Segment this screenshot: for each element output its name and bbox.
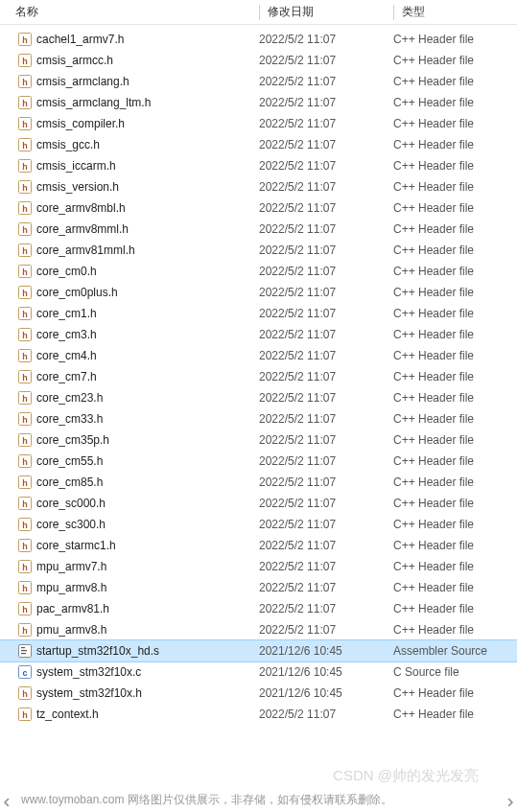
file-name-label: cmsis_armclang_ltm.h [36,96,151,109]
file-date-cell: 2022/5/2 11:07 [259,201,393,215]
file-row[interactable]: hcmsis_version.h2022/5/2 11:07C++ Header… [0,176,517,197]
file-row[interactable]: hcore_cm35p.h2022/5/2 11:07C++ Header fi… [0,429,517,451]
file-type-cell: C Source file [393,665,517,679]
svg-text:h: h [22,710,28,720]
column-header-name[interactable]: 名称 [0,0,259,24]
header-file-icon: h [17,137,33,152]
file-date-cell: 2022/5/2 11:07 [259,96,393,109]
file-name-label: core_sc300.h [36,518,106,531]
file-row[interactable]: hcore_armv8mml.h2022/5/2 11:07C++ Header… [0,219,517,240]
svg-text:c: c [22,668,27,678]
file-row[interactable]: hcore_armv8mbl.h2022/5/2 11:07C++ Header… [0,197,517,219]
svg-text:h: h [22,120,28,129]
file-type-cell: C++ Header file [393,265,517,278]
svg-text:h: h [22,310,28,319]
file-date-cell: 2022/5/2 11:07 [259,328,393,341]
svg-rect-59 [21,647,25,648]
file-type-cell: C++ Header file [393,201,517,215]
file-name-label: mpu_armv7.h [36,560,106,573]
header-file-icon: h [17,622,33,638]
file-name-cell: hcore_armv8mml.h [0,221,259,237]
file-name-label: core_cm85.h [36,476,103,489]
column-header-type[interactable]: 类型 [393,0,517,24]
file-name-cell: hcmsis_armcc.h [0,53,259,68]
file-row[interactable]: hcore_cm3.h2022/5/2 11:07C++ Header file [0,324,517,345]
file-row[interactable]: hcmsis_armcc.h2022/5/2 11:07C++ Header f… [0,50,517,71]
header-file-icon: h [17,264,33,279]
file-row[interactable]: hcore_cm0plus.h2022/5/2 11:07C++ Header … [0,282,517,303]
svg-text:h: h [22,584,28,593]
file-row[interactable]: htz_context.h2022/5/2 11:07C++ Header fi… [0,704,517,725]
file-row[interactable]: hcachel1_armv7.h2022/5/2 11:07C++ Header… [0,29,517,50]
file-name-cell: startup_stm32f10x_hd.s [0,643,259,659]
file-row[interactable]: hcore_cm7.h2022/5/2 11:07C++ Header file [0,366,517,387]
file-row[interactable]: hsystem_stm32f10x.h2021/12/6 10:45C++ He… [0,683,517,704]
svg-text:h: h [22,478,28,488]
file-date-cell: 2021/12/6 10:45 [259,686,393,700]
file-name-cell: hcore_cm85.h [0,475,259,490]
file-row[interactable]: hpac_armv81.h2022/5/2 11:07C++ Header fi… [0,598,517,619]
file-type-cell: C++ Header file [393,349,517,362]
file-name-label: cmsis_armcc.h [36,54,113,67]
file-row[interactable]: hcore_cm0.h2022/5/2 11:07C++ Header file [0,261,517,282]
file-date-cell: 2022/5/2 11:07 [259,54,393,67]
file-name-label: core_armv81mml.h [36,244,135,257]
header-file-icon: h [17,327,33,342]
file-row[interactable]: hcore_sc000.h2022/5/2 11:07C++ Header fi… [0,493,517,514]
file-row[interactable]: startup_stm32f10x_hd.s2021/12/6 10:45Ass… [0,640,517,661]
file-row[interactable]: hcore_cm33.h2022/5/2 11:07C++ Header fil… [0,408,517,429]
file-name-label: core_armv8mml.h [36,222,129,236]
file-name-label: pac_armv81.h [36,602,109,615]
file-date-cell: 2022/5/2 11:07 [259,138,393,151]
scroll-right-icon[interactable] [502,795,517,810]
header-file-icon: h [17,601,33,616]
column-header-date[interactable]: 修改日期 [259,0,393,24]
file-row[interactable]: hcmsis_armclang.h2022/5/2 11:07C++ Heade… [0,71,517,92]
file-name-cell: hmpu_armv7.h [0,559,259,574]
file-row[interactable]: hmpu_armv8.h2022/5/2 11:07C++ Header fil… [0,577,517,598]
file-name-cell: hpac_armv81.h [0,601,259,616]
file-row[interactable]: hcmsis_iccarm.h2022/5/2 11:07C++ Header … [0,155,517,176]
file-row[interactable]: hcmsis_armclang_ltm.h2022/5/2 11:07C++ H… [0,92,517,113]
file-type-cell: C++ Header file [393,370,517,383]
file-type-cell: C++ Header file [393,222,517,236]
file-row[interactable]: hcmsis_compiler.h2022/5/2 11:07C++ Heade… [0,113,517,134]
file-name-cell: hcore_cm4.h [0,348,259,363]
file-name-label: core_starmc1.h [36,539,116,552]
file-name-label: startup_stm32f10x_hd.s [36,644,159,658]
svg-text:h: h [22,521,28,530]
header-file-icon: h [17,538,33,553]
file-row[interactable]: hcore_armv81mml.h2022/5/2 11:07C++ Heade… [0,240,517,261]
file-row[interactable]: hcmsis_gcc.h2022/5/2 11:07C++ Header fil… [0,134,517,155]
file-row[interactable]: hcore_cm4.h2022/5/2 11:07C++ Header file [0,345,517,366]
file-name-cell: csystem_stm32f10x.c [0,664,259,680]
file-name-label: cmsis_iccarm.h [36,159,116,173]
file-row[interactable]: csystem_stm32f10x.c2021/12/6 10:45C Sour… [0,661,517,683]
header-file-icon: h [17,158,33,174]
header-file-icon: h [17,243,33,258]
file-date-cell: 2022/5/2 11:07 [259,412,393,426]
file-row[interactable]: hcore_cm55.h2022/5/2 11:07C++ Header fil… [0,451,517,472]
file-name-label: cachel1_armv7.h [36,33,124,46]
file-date-cell: 2022/5/2 11:07 [259,117,393,130]
file-type-cell: C++ Header file [393,518,517,531]
file-name-cell: hcachel1_armv7.h [0,32,259,47]
file-row[interactable]: hcore_cm85.h2022/5/2 11:07C++ Header fil… [0,472,517,493]
file-name-label: pmu_armv8.h [36,623,106,637]
header-file-icon: h [17,475,33,490]
svg-text:h: h [22,141,28,151]
file-row[interactable]: hcore_cm1.h2022/5/2 11:07C++ Header file [0,303,517,324]
svg-text:h: h [22,394,28,404]
file-row[interactable]: hpmu_armv8.h2022/5/2 11:07C++ Header fil… [0,619,517,640]
file-name-cell: hmpu_armv8.h [0,580,259,595]
header-file-icon: h [17,559,33,574]
file-name-cell: hcore_cm7.h [0,369,259,384]
file-type-cell: C++ Header file [393,54,517,67]
file-row[interactable]: hmpu_armv7.h2022/5/2 11:07C++ Header fil… [0,556,517,577]
file-row[interactable]: hcore_starmc1.h2022/5/2 11:07C++ Header … [0,535,517,556]
svg-text:h: h [22,457,28,467]
file-row[interactable]: hcore_sc300.h2022/5/2 11:07C++ Header fi… [0,514,517,535]
file-row[interactable]: hcore_cm23.h2022/5/2 11:07C++ Header fil… [0,387,517,408]
file-name-cell: hcmsis_gcc.h [0,137,259,152]
header-file-icon: h [17,580,33,595]
